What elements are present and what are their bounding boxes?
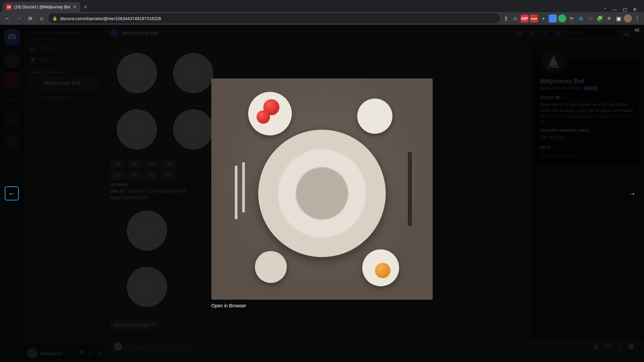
dropdown-icon[interactable]: ˅ [604, 7, 606, 12]
minimize-icon[interactable]: — [612, 7, 617, 12]
browser-tab-bar: 19 (19) Discord | @Midjourney Bot ✕ + ˅ … [0, 0, 644, 12]
bookmark-icon[interactable]: ☆ [511, 15, 519, 22]
window-controls: ˅ — ▢ ✕ [599, 7, 641, 12]
url-text: discord.com/channels/@me/106344374919731… [60, 16, 161, 21]
extension-icon[interactable]: 🌐 [577, 14, 585, 22]
camera-extension-icon[interactable]: 📷 [568, 14, 576, 22]
hash-indicator: #0 [635, 27, 639, 33]
next-image-button[interactable]: → [625, 186, 639, 200]
discord-favicon-icon: 19 [6, 4, 11, 10]
open-in-browser-link[interactable]: Open in Browser [211, 303, 433, 308]
sidepanel-icon[interactable]: ▣ [614, 15, 623, 22]
share-icon[interactable]: ⇪ [502, 15, 510, 22]
reading-list-icon[interactable]: ≡ [605, 15, 613, 21]
lock-icon: 🔒 [52, 16, 57, 21]
tab-title: (19) Discord | @Midjourney Bot [14, 5, 70, 9]
reload-button[interactable]: ⟳ [25, 14, 35, 23]
address-bar[interactable]: 🔒 discord.com/channels/@me/1063443749197… [48, 13, 500, 23]
profile-avatar-icon[interactable] [624, 14, 632, 22]
extensions-icon[interactable]: 🧩 [596, 15, 604, 22]
close-window-icon[interactable]: ✕ [633, 7, 637, 12]
extension-icon[interactable]: ●●● [530, 14, 538, 22]
browser-tab[interactable]: 19 (19) Discord | @Midjourney Bot ✕ [3, 2, 80, 12]
lightbox-image[interactable] [211, 78, 433, 300]
extension-icon[interactable] [549, 14, 557, 22]
browser-toolbar: ← → ⟳ ⌂ 🔒 discord.com/channels/@me/10634… [0, 12, 644, 25]
tab-close-icon[interactable]: ✕ [73, 4, 77, 10]
prev-image-button[interactable]: ← [5, 186, 19, 200]
abp-extension-icon[interactable]: ABP [521, 14, 529, 22]
maximize-icon[interactable]: ▢ [623, 7, 627, 12]
extension-icon[interactable]: ✦ [539, 14, 547, 22]
extension-icon[interactable]: ⬛ [586, 14, 594, 22]
back-button[interactable]: ← [3, 14, 12, 23]
forward-button[interactable]: → [14, 14, 23, 23]
home-button[interactable]: ⌂ [37, 14, 46, 23]
menu-icon[interactable]: ⋮ [633, 15, 641, 22]
extension-icon[interactable] [558, 14, 566, 22]
new-tab-button[interactable]: + [80, 2, 91, 12]
